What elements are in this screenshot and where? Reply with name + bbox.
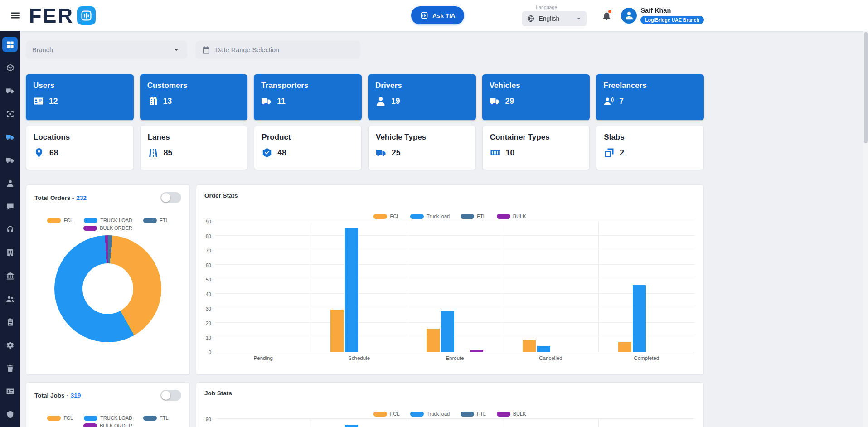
sidebar-item-finance[interactable]	[2, 268, 18, 283]
total-jobs-count[interactable]: 319	[71, 392, 81, 399]
stat-card-users[interactable]: Users12	[26, 74, 134, 120]
legend-item-ftl[interactable]: FTL	[461, 411, 486, 417]
legend-swatch	[461, 214, 474, 219]
sidebar-item-trash[interactable]	[2, 360, 18, 376]
y-axis-tick: 50	[206, 277, 211, 282]
sidebar-item-drivers[interactable]	[2, 175, 18, 191]
stat-card-label: Product	[262, 133, 354, 142]
x-axis-label: Cancelled	[503, 352, 598, 361]
sidebar-item-partners[interactable]	[2, 291, 18, 306]
stat-card-freelancers[interactable]: Freelancers7	[596, 74, 704, 120]
sidebar-item-dashboard[interactable]	[2, 37, 18, 52]
order-stats-card: Order Stats FCLTruck loadFTLBULK 0102030…	[196, 184, 704, 375]
ask-tia-button[interactable]: Ask TIA	[411, 6, 464, 24]
sidebar-item-chat[interactable]	[2, 199, 18, 214]
chat-icon	[6, 202, 15, 211]
stat-card-drivers[interactable]: Drivers19	[368, 74, 476, 120]
legend-item-truck-load[interactable]: TRUCK LOAD	[84, 415, 132, 421]
sidebar-item-trips[interactable]	[2, 129, 18, 145]
legend-item-ftl[interactable]: FTL	[143, 415, 169, 421]
avatar[interactable]	[621, 8, 637, 24]
menu-button[interactable]	[6, 6, 24, 24]
legend-item-fcl[interactable]: FCL	[373, 411, 399, 417]
legend-item-truck-load[interactable]: TRUCK LOAD	[84, 218, 132, 223]
sidebar-item-packages[interactable]	[2, 60, 18, 75]
job-stats-chart: 0102030405060708090PendingScheduleEnrout…	[196, 417, 703, 427]
legend-item-bulk[interactable]: BULK	[497, 214, 526, 219]
stat-card-value: 29	[505, 97, 514, 106]
date-range-placeholder: Date Range Selection	[215, 46, 279, 53]
sidebar-nav	[0, 31, 20, 427]
legend-item-bulk-order[interactable]: BULK ORDER	[83, 423, 132, 427]
legend-item-ftl[interactable]: FTL	[461, 214, 486, 219]
stat-card-value: 11	[277, 97, 286, 106]
legend-item-bulk-order[interactable]: BULK ORDER	[83, 225, 132, 231]
legend-item-truck-load[interactable]: Truck load	[410, 214, 450, 219]
stat-card-lanes[interactable]: Lanes85	[140, 126, 248, 170]
chevron-down-icon	[575, 15, 583, 23]
sidebar-item-settings[interactable]	[2, 337, 18, 353]
bar-truck-load	[345, 425, 358, 427]
toggle-knob	[161, 193, 170, 202]
map-pin-icon	[34, 147, 44, 158]
stat-card-product[interactable]: Product48	[254, 126, 362, 170]
stat-card-value: 68	[49, 148, 58, 158]
box-check-icon	[262, 147, 272, 158]
stat-card-slabs[interactable]: Slabs2	[596, 126, 704, 170]
building-flag-icon	[147, 96, 158, 107]
legend-item-fcl[interactable]: FCL	[47, 415, 73, 421]
order-stats-title: Order Stats	[204, 192, 238, 199]
sidebar-item-support[interactable]	[2, 222, 18, 237]
sidebar-item-fleet[interactable]	[2, 83, 18, 98]
chevron-down-icon	[172, 45, 181, 54]
date-range-input[interactable]: Date Range Selection	[195, 41, 360, 59]
truck-gear-icon	[6, 87, 15, 95]
legend-swatch	[410, 214, 424, 219]
legend-item-fcl[interactable]: FCL	[373, 214, 399, 219]
orders-toggle[interactable]	[160, 192, 181, 203]
bar-truck-load	[537, 346, 550, 352]
stat-card-customers[interactable]: Customers13	[140, 74, 248, 120]
sidebar-item-vehicles[interactable]	[2, 152, 18, 168]
stat-card-transporters[interactable]: Transporters11	[254, 74, 362, 120]
y-axis-tick: 80	[206, 233, 211, 239]
notifications-button[interactable]	[598, 7, 615, 24]
stat-card-value: 85	[164, 148, 172, 158]
truck-person-icon	[261, 96, 272, 107]
scrollbar-thumb[interactable]	[864, 32, 868, 143]
language-select[interactable]: English	[522, 11, 587, 26]
jobs-toggle[interactable]	[160, 390, 181, 401]
sidebar-item-security[interactable]	[2, 407, 18, 422]
legend-swatch	[410, 412, 424, 417]
total-orders-card: Total Orders - 232 FCLTRUCK LOADFTLBULK …	[26, 184, 190, 375]
legend-swatch	[83, 226, 97, 231]
legend-item-truck-load[interactable]: Truck load	[410, 411, 450, 417]
stat-card-label: Locations	[34, 133, 126, 142]
stat-card-vehicle-types[interactable]: Vehicle Types25	[368, 126, 476, 170]
sidebar-item-tracking[interactable]	[2, 106, 18, 121]
sidebar-item-contacts[interactable]	[2, 383, 18, 399]
truck-icon	[376, 147, 387, 158]
legend-item-fcl[interactable]: FCL	[47, 218, 73, 223]
clipboard-icon	[6, 318, 15, 326]
package-icon	[6, 63, 15, 72]
stat-card-container-types[interactable]: Container Types10	[482, 126, 590, 170]
sidebar-item-warehouse[interactable]	[2, 245, 18, 260]
total-orders-count[interactable]: 232	[77, 194, 87, 201]
page-scrollbar[interactable]	[863, 31, 868, 427]
person-icon	[375, 96, 386, 107]
legend-item-ftl[interactable]: FTL	[143, 218, 169, 223]
person-icon	[624, 10, 634, 20]
total-orders-title: Total Orders - 232	[34, 194, 87, 201]
sidebar-item-reports[interactable]	[2, 314, 18, 330]
legend-swatch	[47, 416, 61, 421]
stat-card-locations[interactable]: Locations68	[26, 126, 134, 170]
stat-card-value: 10	[506, 148, 514, 158]
legend-item-bulk[interactable]: BULK	[497, 411, 526, 417]
stat-card-vehicles[interactable]: Vehicles29	[482, 74, 590, 120]
user-branch-badge: LogiBridge UAE Branch	[640, 16, 704, 24]
bar-fcl	[427, 329, 440, 352]
branch-select[interactable]: Branch	[26, 41, 187, 59]
orders-donut-chart	[54, 235, 161, 342]
stat-cards-primary: Users12Customers13Transporters11Drivers1…	[26, 74, 704, 120]
